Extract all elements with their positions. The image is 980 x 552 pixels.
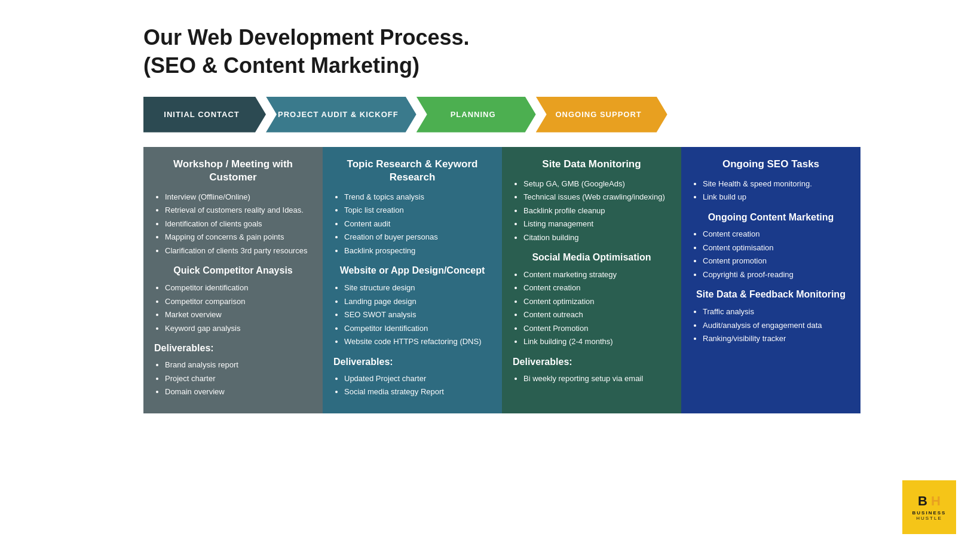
- list-item: Site Health & speed monitoring.: [703, 178, 850, 190]
- list-item: SEO SWOT analysis: [344, 309, 491, 321]
- list-item: Content creation: [523, 282, 670, 294]
- list-item: Domain overview: [165, 386, 312, 398]
- list-item: Landing page design: [344, 296, 491, 308]
- list-item: Retrieval of customers reality and Ideas…: [165, 204, 312, 216]
- list-item: Technical issues (Web crawling/indexing): [523, 191, 670, 203]
- list-item: Citation building: [523, 232, 670, 244]
- list-item: Creation of buyer personas: [344, 231, 491, 243]
- list-item: Content Promotion: [523, 323, 670, 335]
- col2-section1-list: Trend & topics analysis Topic list creat…: [333, 191, 491, 257]
- content-columns: Workshop / Meeting with Customer Intervi…: [143, 147, 860, 413]
- col1-section1-list: Interview (Offline/Online) Retrieval of …: [154, 191, 312, 257]
- list-item: Content creation: [703, 228, 850, 240]
- company-logo: B H BUSINESS HUSTLE: [902, 480, 956, 534]
- col2-section2-list: Site structure design Landing page desig…: [333, 282, 491, 348]
- list-item: Keyword gap analysis: [165, 323, 312, 335]
- list-item: Interview (Offline/Online): [165, 191, 312, 203]
- col2-deliverables-list: Updated Project charter Social media str…: [333, 373, 491, 398]
- logo-letters: B H: [918, 493, 941, 509]
- list-item: Link building (2-4 months): [523, 336, 670, 348]
- col2-deliverables-label: Deliverables:: [333, 355, 491, 369]
- col4-section2-heading: Ongoing Content Marketing: [692, 211, 850, 224]
- list-item: Mapping of concerns & pain points: [165, 231, 312, 243]
- list-item: Clarification of clients 3rd party resou…: [165, 245, 312, 257]
- col3-section1-list: Setup GA, GMB (GoogleAds) Technical issu…: [513, 178, 670, 244]
- col3-deliverables-label: Deliverables:: [513, 355, 670, 369]
- column-planning: Site Data Monitoring Setup GA, GMB (Goog…: [502, 147, 681, 413]
- col2-heading: Topic Research & Keyword Research: [333, 158, 491, 184]
- col1-section2-heading: Quick Competitor Anaysis: [154, 265, 312, 277]
- list-item: Updated Project charter: [344, 373, 491, 385]
- col4-section2-list: Content creation Content optimisation Co…: [692, 228, 850, 280]
- column-ongoing-support: Ongoing SEO Tasks Site Health & speed mo…: [681, 147, 860, 413]
- col1-heading: Workshop / Meeting with Customer: [154, 158, 312, 184]
- list-item: Content optimization: [523, 296, 670, 308]
- banner-step-1: INITIAL CONTACT: [143, 97, 266, 133]
- col3-section2-heading: Social Media Optimisation: [513, 252, 670, 264]
- col1-deliverables-list: Brand analysis report Project charter Do…: [154, 359, 312, 398]
- col3-deliverables-list: Bi weekly reporting setup via email: [513, 373, 670, 385]
- list-item: Market overview: [165, 309, 312, 321]
- list-item: Project charter: [165, 373, 312, 385]
- column-initial-contact: Workshop / Meeting with Customer Intervi…: [143, 147, 323, 413]
- col1-deliverables-label: Deliverables:: [154, 341, 312, 355]
- process-banner: INITIAL CONTACT PROJECT AUDIT & KICKOFF …: [143, 97, 860, 133]
- list-item: Competitor identification: [165, 282, 312, 294]
- col4-section3-list: Traffic analysis Audit/analysis of engag…: [692, 306, 850, 345]
- list-item: Content marketing strategy: [523, 269, 670, 281]
- col4-heading: Ongoing SEO Tasks: [692, 158, 850, 171]
- list-item: Identification of clients goals: [165, 218, 312, 230]
- banner-step-2: PROJECT AUDIT & KICKOFF: [266, 97, 416, 133]
- col4-section1-list: Site Health & speed monitoring. Link bui…: [692, 178, 850, 203]
- banner-step-3: PLANNING: [416, 97, 536, 133]
- page-title: Our Web Development Process. (SEO & Cont…: [143, 24, 860, 80]
- list-item: Bi weekly reporting setup via email: [523, 373, 670, 385]
- list-item: Brand analysis report: [165, 359, 312, 371]
- list-item: Content audit: [344, 218, 491, 230]
- col3-heading: Site Data Monitoring: [513, 158, 670, 171]
- list-item: Backlink profile cleanup: [523, 205, 670, 217]
- list-item: Ranking/visibility tracker: [703, 333, 850, 345]
- list-item: Content promotion: [703, 255, 850, 267]
- col3-section2-list: Content marketing strategy Content creat…: [513, 269, 670, 348]
- list-item: Backlink prospecting: [344, 245, 491, 257]
- col2-section2-heading: Website or App Design/Concept: [333, 265, 491, 277]
- logo-brand: BUSINESS: [912, 510, 947, 516]
- list-item: Social media strategy Report: [344, 386, 491, 398]
- list-item: Traffic analysis: [703, 306, 850, 318]
- col4-section3-heading: Site Data & Feedback Monitoring: [692, 289, 850, 301]
- banner-step-4: ONGOING SUPPORT: [536, 97, 667, 133]
- list-item: Competitor Identification: [344, 323, 491, 335]
- list-item: Website code HTTPS refactoring (DNS): [344, 336, 491, 348]
- list-item: Setup GA, GMB (GoogleAds): [523, 178, 670, 190]
- list-item: Topic list creation: [344, 204, 491, 216]
- list-item: Content outreach: [523, 309, 670, 321]
- list-item: Site structure design: [344, 282, 491, 294]
- logo-tagline: HUSTLE: [916, 516, 942, 521]
- list-item: Audit/analysis of engagement data: [703, 320, 850, 332]
- col1-section2-list: Competitor identification Competitor com…: [154, 282, 312, 334]
- list-item: Content optimisation: [703, 242, 850, 254]
- list-item: Link build up: [703, 191, 850, 203]
- list-item: Competitor comparison: [165, 296, 312, 308]
- list-item: Copyrighti & proof-reading: [703, 269, 850, 281]
- list-item: Trend & topics analysis: [344, 191, 491, 203]
- list-item: Listing management: [523, 218, 670, 230]
- column-project-audit: Topic Research & Keyword Research Trend …: [323, 147, 502, 413]
